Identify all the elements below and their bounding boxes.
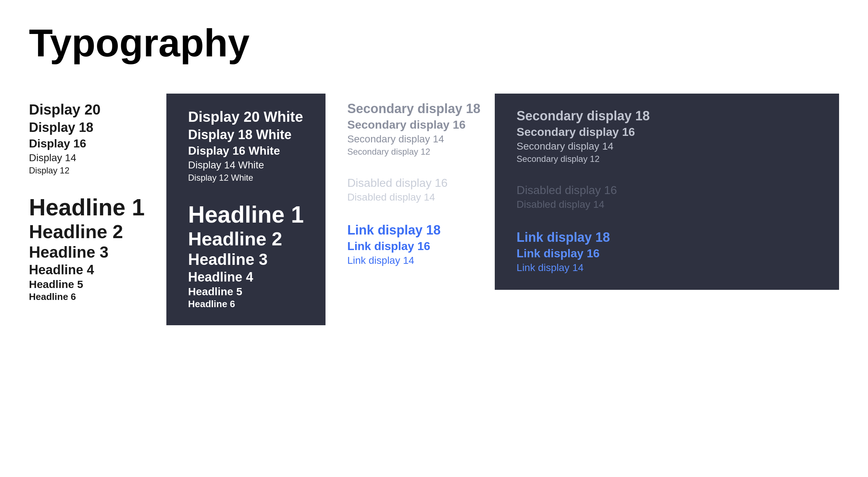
display-20-label: Display 20 <box>29 101 152 118</box>
display-14-label: Display 14 <box>29 152 152 164</box>
columns-wrapper: Display 20 Display 18 Display 16 Display… <box>29 94 839 325</box>
column-4-secondary-dark: Secondary display 18 Secondary display 1… <box>495 94 839 290</box>
secondary-display-18-label: Secondary display 18 <box>347 101 480 116</box>
disabled-section-col3: Disabled display 16 Disabled display 14 <box>347 176 480 203</box>
headline-4-label: Headline 4 <box>29 263 152 277</box>
display-18-label: Display 18 <box>29 120 152 135</box>
disabled-display-16-dark-label: Disabled display 16 <box>516 183 817 197</box>
headline-6-white-label: Headline 6 <box>188 299 304 309</box>
display-20-white-label: Display 20 White <box>188 108 304 125</box>
headline-6-label: Headline 6 <box>29 292 152 302</box>
link-display-14-label[interactable]: Link display 14 <box>347 254 480 267</box>
display-18-white-label: Display 18 White <box>188 127 304 142</box>
disabled-section-col4: Disabled display 16 Disabled display 14 <box>516 183 817 211</box>
column-2-dark: Display 20 White Display 18 White Displa… <box>166 94 326 325</box>
headline-5-label: Headline 5 <box>29 278 152 290</box>
column-1-white: Display 20 Display 18 Display 16 Display… <box>29 94 166 318</box>
display-16-white-label: Display 16 White <box>188 144 304 158</box>
secondary-display-12-dark-label: Secondary display 12 <box>516 154 817 164</box>
headline-1-white-label: Headline 1 <box>188 202 304 227</box>
display-14-white-label: Display 14 White <box>188 159 304 171</box>
secondary-section-col4: Secondary display 18 Secondary display 1… <box>516 108 817 164</box>
display-12-white-label: Display 12 White <box>188 173 304 183</box>
headline-3-label: Headline 3 <box>29 244 152 261</box>
headline-2-label: Headline 2 <box>29 222 152 242</box>
secondary-display-16-label: Secondary display 16 <box>347 118 480 132</box>
secondary-display-14-dark-label: Secondary display 14 <box>516 140 817 152</box>
link-display-14-dark-label[interactable]: Link display 14 <box>516 262 817 274</box>
headline-4-white-label: Headline 4 <box>188 270 304 284</box>
display-12-label: Display 12 <box>29 166 152 176</box>
page-container: Typography Display 20 Display 18 Display… <box>0 0 868 347</box>
headline-2-white-label: Headline 2 <box>188 229 304 249</box>
secondary-display-16-dark-label: Secondary display 16 <box>516 125 817 139</box>
disabled-display-14-dark-label: Disabled display 14 <box>516 198 817 211</box>
headline-5-white-label: Headline 5 <box>188 285 304 297</box>
secondary-display-18-dark-label: Secondary display 18 <box>516 108 817 124</box>
disabled-display-16-label: Disabled display 16 <box>347 176 480 190</box>
headline-section-col1: Headline 1 Headline 2 Headline 3 Headlin… <box>29 195 152 302</box>
link-display-18-dark-label[interactable]: Link display 18 <box>516 229 817 245</box>
link-section-col4: Link display 18 Link display 16 Link dis… <box>516 229 817 274</box>
headline-1-label: Headline 1 <box>29 195 152 220</box>
link-display-16-dark-label[interactable]: Link display 16 <box>516 246 817 260</box>
headline-3-white-label: Headline 3 <box>188 251 304 268</box>
display-16-label: Display 16 <box>29 137 152 150</box>
page-title: Typography <box>29 22 839 65</box>
disabled-display-14-label: Disabled display 14 <box>347 191 480 203</box>
secondary-display-12-label: Secondary display 12 <box>347 147 480 157</box>
link-section-col3: Link display 18 Link display 16 Link dis… <box>347 222 480 267</box>
headline-section-col2: Headline 1 Headline 2 Headline 3 Headlin… <box>188 202 304 309</box>
link-display-16-label[interactable]: Link display 16 <box>347 239 480 253</box>
secondary-display-14-label: Secondary display 14 <box>347 133 480 145</box>
column-3-secondary-white: Secondary display 18 Secondary display 1… <box>326 94 495 283</box>
display-section-col2: Display 20 White Display 18 White Displa… <box>188 108 304 183</box>
display-section-col1: Display 20 Display 18 Display 16 Display… <box>29 101 152 176</box>
secondary-section-col3: Secondary display 18 Secondary display 1… <box>347 101 480 157</box>
link-display-18-label[interactable]: Link display 18 <box>347 222 480 238</box>
